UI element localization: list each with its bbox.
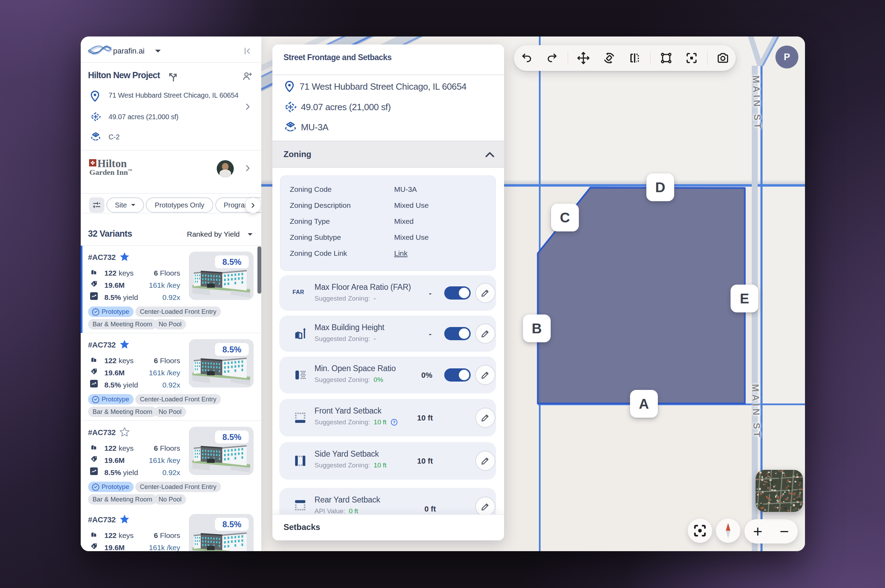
- svg-text:$: $: [93, 545, 94, 548]
- svg-text:$: $: [93, 370, 94, 374]
- svg-text:$: $: [93, 283, 94, 286]
- svg-text:?: ?: [393, 420, 395, 424]
- svg-text:$: $: [93, 458, 94, 461]
